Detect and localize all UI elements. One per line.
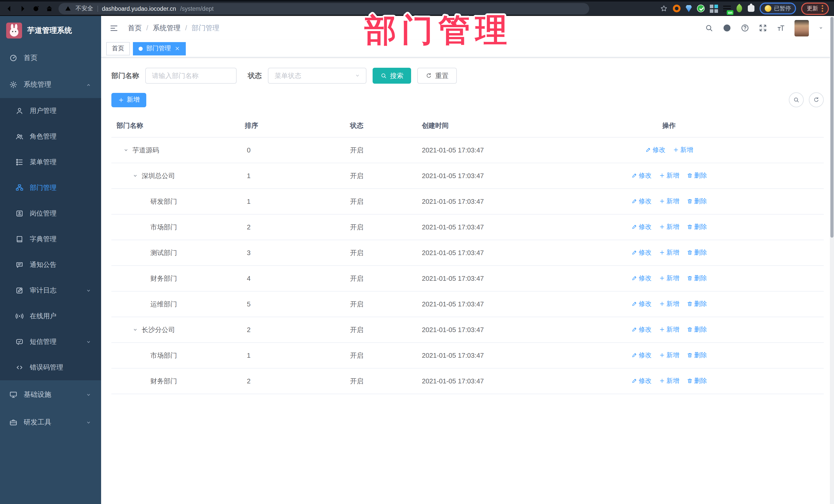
delete-link[interactable]: 删除: [686, 300, 707, 308]
status-select[interactable]: 菜单状态: [268, 68, 367, 84]
sidebar-item-users[interactable]: 用户管理: [0, 98, 101, 124]
expand-caret-icon[interactable]: [123, 147, 129, 153]
browser-menu-icon[interactable]: [822, 5, 823, 12]
delete-link[interactable]: 删除: [686, 274, 707, 283]
fullscreen-icon[interactable]: [759, 24, 767, 32]
delete-link[interactable]: 删除: [686, 223, 707, 232]
tab-home[interactable]: 首页: [106, 42, 130, 55]
dept-sort: 5: [240, 291, 345, 317]
close-tab-icon[interactable]: [175, 46, 180, 51]
sidebar: 芋道管理系统 首页 系统管理 用户管理 角色管理 菜单管理 部门管理 岗位管理 …: [0, 16, 101, 504]
forward-icon[interactable]: [19, 4, 27, 13]
plus-icon: [659, 250, 665, 256]
delete-link[interactable]: 删除: [686, 377, 707, 386]
extension-lines-icon[interactable]: on: [723, 6, 731, 11]
dept-sort: 2: [240, 214, 345, 240]
modify-link[interactable]: 修改: [631, 300, 652, 308]
add-link[interactable]: 新增: [659, 325, 679, 334]
sidebar-item-error-codes[interactable]: 错误码管理: [0, 355, 101, 380]
add-link[interactable]: 新增: [659, 171, 679, 180]
delete-link[interactable]: 删除: [686, 325, 707, 334]
search-button[interactable]: 搜索: [373, 68, 411, 84]
trash-icon: [686, 250, 693, 256]
add-link[interactable]: 新增: [659, 248, 679, 257]
sidebar-item-audit-logs[interactable]: 审计日志: [0, 278, 101, 303]
refresh-table-button[interactable]: [809, 92, 824, 107]
home-icon: [9, 54, 18, 62]
search-icon: [793, 96, 799, 103]
add-button[interactable]: 新增: [111, 93, 146, 107]
extension-sprout-icon[interactable]: [735, 4, 744, 13]
sidebar-item-dicts[interactable]: 字典管理: [0, 226, 101, 252]
profile-paused-pill[interactable]: 已暂停: [760, 3, 796, 14]
reset-button[interactable]: 重置: [417, 68, 457, 84]
app-logo-row[interactable]: 芋道管理系统: [0, 16, 101, 45]
dept-name-input[interactable]: [145, 68, 237, 84]
user-avatar[interactable]: [794, 20, 809, 36]
add-link[interactable]: 新增: [673, 146, 693, 154]
font-size-icon[interactable]: [776, 24, 785, 32]
dept-status: 开启: [345, 240, 417, 266]
expand-caret-icon[interactable]: [132, 172, 138, 179]
bookmark-star-icon[interactable]: [660, 5, 668, 12]
browser-toolbar: 不安全 dashboard.yudao.iocoder.cn/system/de…: [0, 0, 834, 16]
sidebar-item-roles[interactable]: 角色管理: [0, 124, 101, 149]
expand-caret-icon[interactable]: [132, 326, 138, 333]
modify-link[interactable]: 修改: [631, 274, 652, 283]
browser-update-button[interactable]: 更新: [801, 2, 829, 15]
sidebar-item-infra[interactable]: 基础设施: [0, 380, 101, 409]
gear-icon: [9, 81, 18, 89]
back-icon[interactable]: [5, 4, 13, 13]
modify-link[interactable]: 修改: [631, 223, 652, 232]
user-menu-caret-icon[interactable]: [818, 25, 824, 31]
collapse-menu-icon[interactable]: [109, 23, 118, 32]
add-link[interactable]: 新增: [659, 274, 679, 283]
modify-link[interactable]: 修改: [631, 351, 652, 360]
sidebar-item-notices[interactable]: 通知公告: [0, 252, 101, 278]
modify-link[interactable]: 修改: [645, 146, 665, 154]
sidebar-item-system[interactable]: 系统管理: [0, 71, 101, 98]
toggle-search-button[interactable]: [789, 92, 804, 107]
extension-green-icon[interactable]: [697, 5, 705, 12]
help-icon[interactable]: [741, 24, 749, 32]
chevron-down-icon: [85, 338, 92, 345]
delete-link[interactable]: 删除: [686, 171, 707, 180]
add-link[interactable]: 新增: [659, 300, 679, 308]
breadcrumb-item[interactable]: 系统管理: [153, 23, 181, 32]
github-icon[interactable]: [723, 24, 731, 32]
sidebar-item-posts[interactable]: 岗位管理: [0, 201, 101, 226]
extensions-puzzle-icon[interactable]: [748, 5, 754, 12]
scrollbar-track[interactable]: [830, 16, 834, 504]
add-link[interactable]: 新增: [659, 377, 679, 386]
sidebar-item-sms[interactable]: 短信管理: [0, 329, 101, 355]
sidebar-item-dev-tools[interactable]: 研发工具: [0, 409, 101, 436]
scrollbar-thumb[interactable]: [830, 17, 833, 238]
extension-gem-icon[interactable]: [686, 5, 692, 12]
delete-link[interactable]: 删除: [686, 197, 707, 206]
extension-grid-icon[interactable]: [710, 4, 714, 8]
breadcrumb-item[interactable]: 首页: [128, 23, 142, 32]
delete-link[interactable]: 删除: [686, 248, 707, 257]
modify-link[interactable]: 修改: [631, 325, 652, 334]
add-link[interactable]: 新增: [659, 223, 679, 232]
pencil-icon: [631, 327, 637, 333]
modify-link[interactable]: 修改: [631, 197, 652, 206]
sidebar-item-menus[interactable]: 菜单管理: [0, 149, 101, 175]
header-search-icon[interactable]: [705, 24, 714, 32]
delete-link[interactable]: 删除: [686, 351, 707, 360]
modify-link[interactable]: 修改: [631, 171, 652, 180]
reload-icon[interactable]: [32, 4, 40, 13]
sidebar-item-online[interactable]: 在线用户: [0, 303, 101, 329]
modify-link[interactable]: 修改: [631, 248, 652, 257]
browser-home-icon[interactable]: [45, 4, 53, 13]
modify-link[interactable]: 修改: [631, 377, 652, 386]
sidebar-item-home[interactable]: 首页: [0, 45, 101, 71]
address-bar[interactable]: 不安全 dashboard.yudao.iocoder.cn/system/de…: [59, 3, 589, 14]
dept-name: 运维部门: [150, 300, 177, 309]
add-link[interactable]: 新增: [659, 351, 679, 360]
sidebar-item-depts[interactable]: 部门管理: [0, 175, 101, 201]
online-icon: [15, 312, 24, 320]
extension-ring-icon[interactable]: [673, 5, 681, 12]
add-link[interactable]: 新增: [659, 197, 679, 206]
tab-dept[interactable]: 部门管理: [133, 42, 186, 55]
